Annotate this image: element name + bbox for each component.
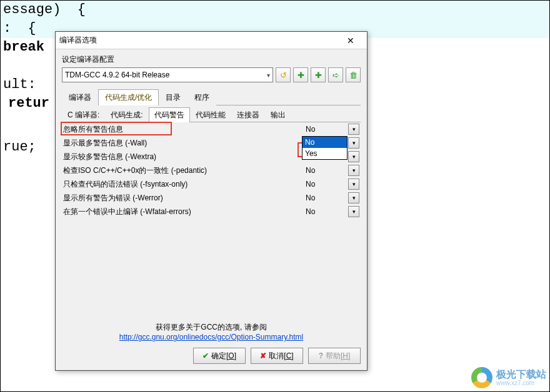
watermark-url: www.xz7.com	[496, 380, 546, 386]
check-icon: ✔	[202, 351, 209, 360]
option-value: No	[304, 207, 348, 216]
compiler-config-row: TDM-GCC 4.9.2 64-bit Release ▾ ↺ ✚ ✚ ➪ 🗑	[62, 67, 361, 82]
tab-programs[interactable]: 程序	[188, 89, 216, 105]
dropdown-item-yes[interactable]: Yes	[302, 148, 347, 159]
code-fragment: ult:	[3, 77, 36, 92]
option-label: 只检查代码的语法错误 (-fsyntax-only)	[62, 179, 304, 190]
option-value: No	[304, 125, 348, 134]
option-dropdown-button[interactable]: ▾	[348, 151, 359, 162]
dialog-titlebar: 编译器选项 ✕	[56, 32, 367, 49]
option-label: 在第一个错误中止编译 (-Wfatal-errors)	[62, 207, 304, 217]
subtab-c-compiler[interactable]: C 编译器:	[62, 107, 105, 122]
arrow-right-icon: ➪	[332, 71, 339, 80]
option-value: No	[304, 166, 348, 175]
compiler-config-value: TDM-GCC 4.9.2 64-bit Release	[65, 71, 169, 79]
option-label: 检查ISO C/C++/C++0x的一致性 (-pedantic)	[62, 165, 304, 176]
dropdown-item-no[interactable]: No	[302, 137, 347, 148]
option-dropdown-button[interactable]: ▾	[348, 124, 359, 135]
code-fragment: essage) {	[3, 2, 86, 17]
option-row: 忽略所有警告信息 No ▾	[62, 122, 361, 136]
option-dropdown-button[interactable]: ▾	[348, 192, 359, 203]
cancel-button[interactable]: ✘ 取消[C]	[251, 348, 303, 364]
chevron-down-icon: ▾	[352, 126, 356, 132]
help-button[interactable]: ? 帮助[H]	[308, 348, 361, 364]
footer-text: 获得更多关于GCC的选项, 请参阅	[56, 322, 367, 333]
option-dropdown-list[interactable]: No Yes	[302, 136, 348, 160]
trash-icon: 🗑	[349, 71, 358, 80]
close-button[interactable]: ✕	[338, 34, 363, 47]
subtab-output[interactable]: 输出	[265, 107, 291, 122]
subtab-warnings[interactable]: 代码警告	[149, 107, 190, 122]
option-label: 忽略所有警告信息	[62, 124, 304, 135]
option-row: 检查ISO C/C++/C++0x的一致性 (-pedantic) No ▾	[62, 164, 361, 177]
chevron-down-icon: ▾	[352, 208, 356, 215]
config-label: 设定编译器配置	[62, 54, 361, 65]
dialog-button-row: ✔ 确定[O] ✘ 取消[C] ? 帮助[H]	[193, 348, 361, 364]
tab-directories[interactable]: 目录	[159, 89, 188, 105]
option-dropdown-button[interactable]: ▾	[348, 179, 359, 190]
tab-compiler[interactable]: 编译器	[62, 89, 98, 105]
subtab-performance[interactable]: 代码性能	[190, 107, 231, 122]
option-dropdown-button[interactable]: ▾	[348, 165, 359, 176]
copy-config-button[interactable]: ✚	[311, 67, 326, 82]
option-value: No	[304, 180, 348, 189]
option-dropdown-button[interactable]: ▾	[348, 137, 359, 149]
chevron-down-icon: ▾	[352, 140, 356, 146]
code-fragment: retur	[8, 96, 49, 111]
option-label: 显示所有警告为错误 (-Werror)	[62, 193, 304, 203]
chevron-down-icon: ▾	[352, 195, 356, 201]
compiler-options-dialog: 编译器选项 ✕ 设定编译器配置 TDM-GCC 4.9.2 64-bit Rel…	[55, 31, 368, 371]
refresh-icon: ↺	[280, 71, 287, 80]
warning-options-area: 忽略所有警告信息 No ▾ 显示最多警告信息 (-Wall) No ▾ 显示较多…	[62, 122, 361, 218]
close-icon: ✕	[347, 36, 354, 46]
delete-config-button[interactable]: 🗑	[346, 67, 361, 82]
main-tabs: 编译器 代码生成/优化 目录 程序	[62, 89, 361, 105]
option-row: 在第一个错误中止编译 (-Wfatal-errors) No ▾	[62, 205, 361, 218]
option-label: 显示最多警告信息 (-Wall)	[62, 138, 304, 149]
code-fragment: break	[3, 39, 44, 55]
cross-icon: ✘	[260, 351, 266, 360]
watermark: 极光下载站 www.xz7.com	[471, 367, 546, 388]
chevron-down-icon: ▾	[267, 72, 270, 79]
sub-tabs: C 编译器: 代码生成: 代码警告 代码性能 连接器 输出	[62, 107, 361, 122]
subtab-codegen[interactable]: 代码生成:	[105, 107, 148, 122]
dialog-body: 设定编译器配置 TDM-GCC 4.9.2 64-bit Release ▾ ↺…	[56, 49, 367, 223]
option-row: 显示所有警告为错误 (-Werror) No ▾	[62, 191, 361, 205]
add-config-button[interactable]: ✚	[293, 67, 308, 82]
code-fragment: : {	[3, 21, 36, 36]
tab-codegen-opt[interactable]: 代码生成/优化	[98, 89, 159, 105]
ok-button[interactable]: ✔ 确定[O]	[193, 348, 246, 364]
option-label: 显示较多警告信息 (-Wextra)	[62, 152, 304, 162]
dialog-title: 编译器选项	[59, 35, 338, 46]
question-icon: ?	[319, 351, 323, 360]
chevron-down-icon: ▾	[352, 181, 356, 187]
rename-config-button[interactable]: ➪	[328, 67, 343, 82]
option-dropdown-button[interactable]: ▾	[348, 206, 359, 217]
gcc-docs-link[interactable]: http://gcc.gnu.org/onlinedocs/gcc/Option…	[119, 333, 304, 341]
code-fragment: rue;	[3, 139, 36, 155]
plus-icon: ✚	[315, 71, 322, 80]
option-value: No	[304, 194, 348, 202]
option-row: 只检查代码的语法错误 (-fsyntax-only) No ▾	[62, 177, 361, 191]
chevron-down-icon: ▾	[352, 167, 356, 174]
compiler-config-select[interactable]: TDM-GCC 4.9.2 64-bit Release ▾	[62, 67, 273, 82]
subtab-linker[interactable]: 连接器	[231, 107, 265, 122]
logo-icon	[471, 367, 492, 388]
watermark-name: 极光下载站	[496, 370, 546, 380]
footer-info: 获得更多关于GCC的选项, 请参阅 http://gcc.gnu.org/onl…	[56, 322, 367, 341]
chevron-down-icon: ▾	[352, 154, 356, 160]
refresh-button[interactable]: ↺	[276, 67, 291, 82]
plus-icon: ✚	[298, 71, 304, 80]
